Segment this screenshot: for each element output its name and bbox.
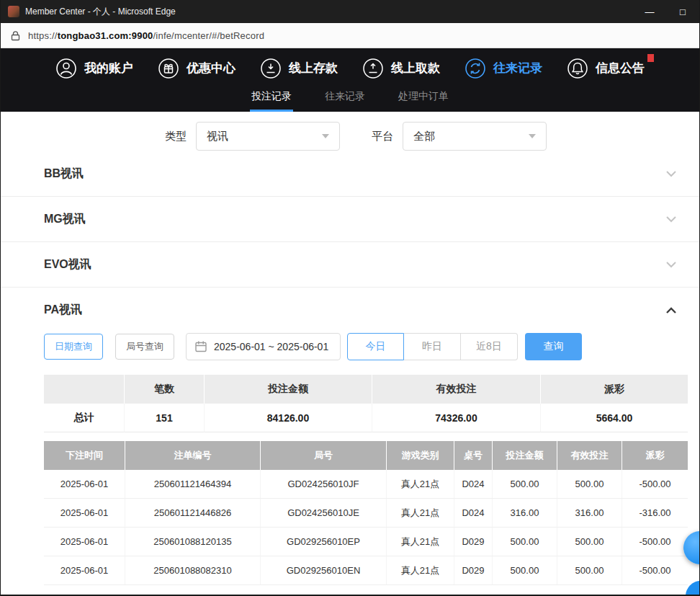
nav-item-online-deposit[interactable]: 线上存款 [260,58,338,79]
filter-row: 类型 视讯 平台 全部 [165,122,547,151]
header-game-type: 游戏类别 [387,441,454,470]
search-button[interactable]: 查询 [525,333,582,360]
type-select[interactable]: 视讯 [196,122,340,151]
tab-bet-records[interactable]: 投注记录 [251,88,292,112]
titlebar: Member Center - 个人 - Microsoft Edge — □ [1,0,699,23]
summary-total-valid-bet: 74326.00 [372,404,541,432]
cell-table-number: D024 [454,470,493,498]
section-mg-video[interactable]: MG视讯 [1,197,699,242]
header-bet-time: 下注时间 [44,441,125,470]
main-content: 类型 视讯 平台 全部 BB视讯 MG视讯 EVO视讯 [1,112,699,595]
summary-header-empty [44,375,125,404]
header-bet-amount: 投注金额 [493,441,557,470]
cell-order-number: 250601121446826 [125,499,261,527]
platform-select[interactable]: 全部 [403,122,547,151]
type-filter-label: 类型 [165,130,187,143]
cell-payout: -500.00 [622,470,688,498]
cell-table-number: D024 [454,499,493,527]
header-table-number: 桌号 [454,441,493,470]
cell-bet-time: 2025-06-01 [44,528,125,556]
header-order-number: 注单编号 [125,441,261,470]
summary-total-count: 151 [125,404,205,432]
section-pa-video[interactable]: PA视讯 [1,288,699,333]
nav-item-my-account[interactable]: 我的账户 [55,58,133,79]
address-bar: https://tongbao31.com:9900/infe/mcenter/… [1,23,699,48]
summary-table: 笔数 投注金额 有效投注 派彩 总计 151 84126.00 74326.00… [44,375,688,432]
section-label: PA视讯 [44,303,82,318]
header-payout: 派彩 [622,441,688,470]
cell-valid-bet: 500.00 [557,556,622,584]
cell-order-number: 250601088120135 [125,528,261,556]
section-evo-video[interactable]: EVO视讯 [1,242,699,288]
nav-item-label: 信息公告 [596,60,645,76]
summary-total-bet-amount: 84126.00 [205,404,372,432]
cell-bet-time: 2025-06-01 [44,556,125,584]
cell-game-type: 真人21点 [387,499,454,527]
chevron-down-icon [322,134,329,138]
bet-records-table: 下注时间 注单编号 局号 游戏类别 桌号 投注金额 有效投注 派彩 2025-0… [44,441,688,585]
nav-item-label: 我的账户 [84,60,133,76]
cell-table-number: D029 [454,528,493,556]
type-select-value: 视讯 [207,130,228,143]
date-range-value: 2025-06-01 ~ 2025-06-01 [214,341,328,352]
summary-total-label: 总计 [44,404,125,432]
platform-filter-label: 平台 [372,130,393,143]
summary-total-row: 总计 151 84126.00 74326.00 5664.00 [44,404,688,432]
date-query-button[interactable]: 日期查询 [44,334,103,360]
chevron-down-icon [529,134,536,138]
lock-icon [11,30,20,41]
window-title: Member Center - 个人 - Microsoft Edge [25,6,176,18]
platform-select-value: 全部 [413,130,435,143]
cell-order-number: 250601121464394 [125,470,261,498]
nav-item-label: 线上取款 [391,60,440,76]
cell-round-number: GD024256010JF [261,470,387,498]
nav-item-announcements[interactable]: 信息公告 [567,58,645,79]
cell-bet-time: 2025-06-01 [44,499,125,527]
minimize-button[interactable]: — [633,0,666,23]
cell-game-type: 真人21点 [387,528,454,556]
chevron-down-icon [663,211,679,227]
bell-icon [567,58,588,79]
quick-range-group: 今日 昨日 近8日 [347,333,518,360]
table-row: 2025-06-01 250601121464394 GD024256010JF… [44,470,688,499]
chevron-down-icon [663,257,679,272]
date-range-picker[interactable]: 2025-06-01 ~ 2025-06-01 [186,333,341,360]
section-label: BB视讯 [44,166,84,182]
cell-payout: -316.00 [622,499,688,527]
cell-bet-amount: 316.00 [493,499,557,527]
maximize-button[interactable]: □ [666,0,699,23]
url-path: /infe/mcenter/#/betRecord [153,30,265,41]
cell-valid-bet: 500.00 [557,528,622,556]
tab-transaction-records[interactable]: 往来记录 [325,88,365,112]
nav-item-online-withdraw[interactable]: 线上取款 [362,58,440,79]
tab-processing-orders[interactable]: 处理中订单 [398,88,449,112]
cell-payout: -500.00 [622,556,688,584]
provider-sections: BB视讯 MG视讯 EVO视讯 PA视讯 [1,151,699,333]
deposit-icon [260,58,282,79]
round-query-button[interactable]: 局号查询 [115,334,174,360]
summary-header-payout: 派彩 [541,375,688,404]
header-valid-bet: 有效投注 [557,441,622,470]
header-round-number: 局号 [261,441,387,470]
nav-item-label: 优惠中心 [187,60,235,76]
summary-header-count: 笔数 [125,375,205,404]
cell-order-number: 250601088082310 [125,556,261,584]
chevron-up-icon [663,303,679,319]
last-8-days-button[interactable]: 近8日 [461,333,518,360]
cell-bet-time: 2025-06-01 [44,470,125,498]
cell-payout: -500.00 [622,528,688,556]
summary-total-payout: 5664.00 [541,404,688,432]
url-domain: tongbao31.com:9900 [58,30,153,41]
cell-valid-bet: 500.00 [557,470,622,498]
records-icon [465,58,486,79]
notification-badge [647,54,654,62]
url-text[interactable]: https://tongbao31.com:9900/infe/mcenter/… [28,30,264,41]
cell-game-type: 真人21点 [387,556,454,584]
cell-bet-amount: 500.00 [493,470,557,498]
today-button[interactable]: 今日 [347,333,404,360]
nav-item-transaction-records[interactable]: 往来记录 [465,58,542,79]
nav-item-promotions[interactable]: 优惠中心 [158,58,235,79]
summary-header-row: 笔数 投注金额 有效投注 派彩 [44,375,688,404]
yesterday-button[interactable]: 昨日 [404,333,461,360]
section-bb-video[interactable]: BB视讯 [1,151,699,197]
